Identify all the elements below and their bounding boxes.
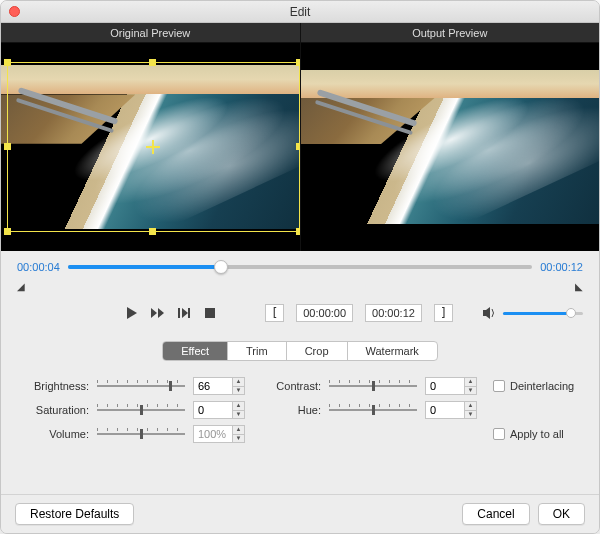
preview-area: Original Preview Output Preview [1,23,599,251]
volume-up-icon[interactable]: ▲ [233,426,244,435]
controls-panel: 00:00:04 00:00:12 ◢ ◣ [ 00:00:00 00:00:1… [1,251,599,494]
svg-marker-2 [158,308,164,318]
out-marker-icon[interactable]: ◣ [575,281,583,292]
svg-marker-1 [151,308,157,318]
saturation-down-icon[interactable]: ▼ [233,411,244,419]
titlebar: Edit [1,1,599,23]
contrast-input[interactable] [425,377,465,395]
original-preview-pane[interactable] [1,43,301,251]
brightness-input[interactable] [193,377,233,395]
set-in-button[interactable]: [ [265,304,284,322]
edit-window: Edit Original Preview Output Preview [0,0,600,534]
cancel-button[interactable]: Cancel [462,503,529,525]
fast-forward-icon[interactable] [151,306,165,320]
saturation-up-icon[interactable]: ▲ [233,402,244,411]
brightness-stepper[interactable]: ▲▼ [193,377,253,395]
brightness-slider[interactable] [97,378,185,394]
timeline-slider[interactable] [68,259,532,275]
window-title: Edit [1,5,599,19]
tab-watermark[interactable]: Watermark [348,342,437,360]
contrast-up-icon[interactable]: ▲ [465,378,476,387]
next-frame-icon[interactable] [177,306,191,320]
saturation-label: Saturation: [17,404,89,416]
in-point-field[interactable]: 00:00:00 [296,304,353,322]
hue-down-icon[interactable]: ▼ [465,411,476,419]
hue-stepper[interactable]: ▲▼ [425,401,485,419]
volume-slider[interactable] [503,306,583,320]
svg-marker-0 [127,307,137,319]
time-current: 00:00:04 [17,261,60,273]
svg-rect-6 [205,308,215,318]
output-preview-label: Output Preview [301,23,600,43]
volume-label: Volume: [17,428,89,440]
out-point-field[interactable]: 00:00:12 [365,304,422,322]
hue-slider[interactable] [329,402,417,418]
volume-level-slider[interactable] [97,426,185,442]
ok-button[interactable]: OK [538,503,585,525]
saturation-stepper[interactable]: ▲▼ [193,401,253,419]
contrast-stepper[interactable]: ▲▼ [425,377,485,395]
hue-up-icon[interactable]: ▲ [465,402,476,411]
crop-handle-s[interactable] [149,228,156,235]
restore-defaults-button[interactable]: Restore Defaults [15,503,134,525]
play-icon[interactable] [125,306,139,320]
tab-trim[interactable]: Trim [228,342,287,360]
contrast-down-icon[interactable]: ▼ [465,387,476,395]
svg-rect-5 [188,308,190,318]
tab-bar: EffectTrimCropWatermark [162,341,438,361]
apply-to-all-checkbox[interactable]: Apply to all [493,428,583,440]
brightness-down-icon[interactable]: ▼ [233,387,244,395]
brightness-up-icon[interactable]: ▲ [233,378,244,387]
set-out-button[interactable]: ] [434,304,453,322]
output-preview-pane [301,43,600,251]
svg-marker-4 [182,308,188,318]
time-duration: 00:00:12 [540,261,583,273]
brightness-label: Brightness: [17,380,89,392]
volume-down-icon[interactable]: ▼ [233,435,244,443]
effect-grid: Brightness: ▲▼ Contrast: ▲▼ Deinterlacin… [17,377,583,443]
hue-input[interactable] [425,401,465,419]
deinterlacing-checkbox[interactable]: Deinterlacing [493,380,583,392]
saturation-input[interactable] [193,401,233,419]
svg-marker-7 [483,307,490,319]
contrast-label: Contrast: [261,380,321,392]
contrast-slider[interactable] [329,378,417,394]
footer: Restore Defaults Cancel OK [1,494,599,533]
saturation-slider[interactable] [97,402,185,418]
svg-rect-3 [178,308,180,318]
volume-stepper[interactable]: ▲▼ [193,425,253,443]
hue-label: Hue: [261,404,321,416]
timeline-knob[interactable] [214,260,228,274]
original-preview-label: Original Preview [1,23,301,43]
stop-icon[interactable] [203,306,217,320]
tab-crop[interactable]: Crop [287,342,348,360]
crop-handle-sw[interactable] [4,228,11,235]
speaker-icon[interactable] [483,306,497,320]
volume-input [193,425,233,443]
tab-effect[interactable]: Effect [163,342,228,360]
in-marker-icon[interactable]: ◢ [17,281,25,292]
